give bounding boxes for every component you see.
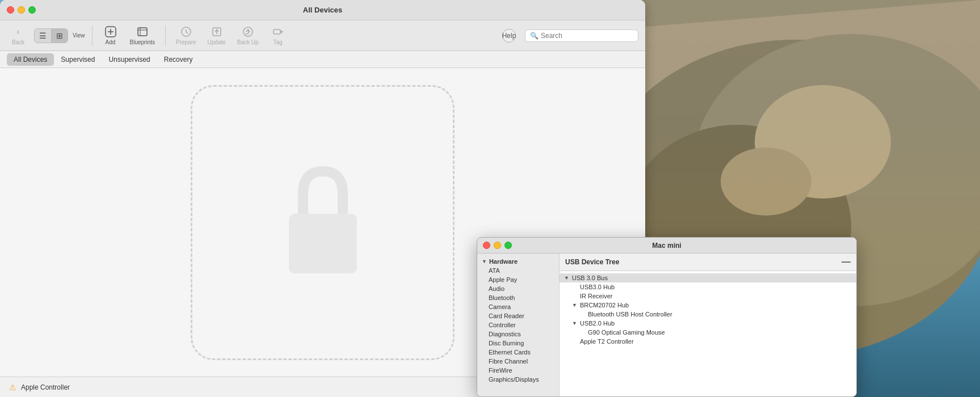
update-label: Update <box>208 39 226 45</box>
backup-label: Back Up <box>237 39 259 45</box>
usb3hub-label: USB3.0 Hub <box>580 284 615 290</box>
lock-container <box>191 85 455 360</box>
sysinfo-titlebar: Mac mini <box>477 238 856 254</box>
sysinfo-title: Mac mini <box>652 242 681 250</box>
sysinfo-maximize-button[interactable] <box>504 242 512 249</box>
blueprints-icon <box>136 26 149 38</box>
minimize-button[interactable] <box>18 6 25 14</box>
svg-point-19 <box>243 27 253 36</box>
back-button[interactable]: ‹ Back <box>7 23 30 48</box>
sysinfo-item-audio[interactable]: Audio <box>477 284 559 293</box>
irreceiver-label: IR Receiver <box>580 293 612 299</box>
maximize-button[interactable] <box>28 6 36 14</box>
sysinfo-item-graphicsdisplays[interactable]: Graphics/Displays <box>477 375 559 384</box>
sysinfo-minimize-button[interactable] <box>494 242 501 249</box>
status-text: Apple Controller <box>21 383 70 391</box>
view-label: View <box>73 32 85 39</box>
tree-item-usb3bus[interactable]: ▼ USB 3.0 Bus <box>560 273 856 282</box>
back-label: Back <box>12 39 24 45</box>
svg-rect-20 <box>274 29 280 34</box>
backup-button[interactable]: Back Up <box>234 23 262 48</box>
sysinfo-sidebar: ▼ Hardware ATA Apple Pay Audio Bluetooth… <box>477 254 560 396</box>
blueprints-label: Blueprints <box>130 39 155 45</box>
svg-rect-13 <box>138 28 147 36</box>
usb2hub-arrow: ▼ <box>572 320 578 326</box>
brcmhub-label: BRCM20702 Hub <box>580 302 629 309</box>
segmented-bar: All Devices Supervised Unsupervised Reco… <box>0 51 645 68</box>
brcmhub-arrow: ▼ <box>572 302 578 308</box>
list-view-button[interactable]: ☰ <box>35 29 52 43</box>
backup-icon <box>242 26 254 38</box>
warning-icon: ⚠ <box>9 383 16 392</box>
view-button-group: ☰ ⊞ <box>34 28 68 43</box>
tag-icon <box>272 26 284 38</box>
tree-item-bthostctrl[interactable]: Bluetooth USB Host Controller <box>560 310 856 319</box>
sysinfo-item-firewire[interactable]: FireWire <box>477 366 559 375</box>
sysinfo-hardware-section[interactable]: ▼ Hardware <box>477 256 559 266</box>
svg-point-9 <box>721 147 811 216</box>
g90mouse-label: G90 Optical Gaming Mouse <box>588 329 665 336</box>
hardware-arrow: ▼ <box>482 259 487 264</box>
window-title: All Devices <box>303 6 342 14</box>
search-icon: 🔍 <box>530 32 539 40</box>
tree-item-brcmhub[interactable]: ▼ BRCM20702 Hub <box>560 301 856 310</box>
applet2-label: Apple T2 Controller <box>580 338 634 345</box>
sysinfo-item-applepay[interactable]: Apple Pay <box>477 275 559 284</box>
help-button[interactable]: Help <box>502 29 516 43</box>
sysinfo-item-discburning[interactable]: Disc Burning <box>477 339 559 348</box>
sysinfo-item-bluetooth[interactable]: Bluetooth <box>477 293 559 302</box>
usb2hub-label: USB2.0 Hub <box>580 320 615 327</box>
sysinfo-item-diagnostics[interactable]: Diagnostics <box>477 330 559 339</box>
svg-rect-21 <box>289 214 357 273</box>
prepare-label: Prepare <box>176 39 196 45</box>
add-icon <box>104 26 117 38</box>
close-button[interactable] <box>7 6 14 14</box>
search-input[interactable] <box>541 32 633 40</box>
tab-unsupervised[interactable]: Unsupervised <box>102 53 157 66</box>
tree-item-g90mouse[interactable]: G90 Optical Gaming Mouse <box>560 328 856 337</box>
toolbar: ‹ Back ☰ ⊞ View Add <box>0 20 645 51</box>
tree-item-usb2hub[interactable]: ▼ USB2.0 Hub <box>560 319 856 328</box>
prepare-button[interactable]: Prepare <box>173 23 200 48</box>
title-bar: All Devices <box>0 0 645 20</box>
prepare-icon <box>180 26 192 38</box>
dashed-box <box>191 85 455 360</box>
sysinfo-window: Mac mini ▼ Hardware ATA Apple Pay Audio … <box>477 237 857 397</box>
hardware-label: Hardware <box>489 258 518 265</box>
blueprints-button[interactable]: Blueprints <box>127 23 158 48</box>
sysinfo-item-cardreader[interactable]: Card Reader <box>477 311 559 320</box>
add-button[interactable]: Add <box>99 23 122 48</box>
tab-supervised[interactable]: Supervised <box>54 53 102 66</box>
sysinfo-item-controller[interactable]: Controller <box>477 320 559 330</box>
tag-button[interactable]: Tag <box>267 23 289 48</box>
sysinfo-main: USB Device Tree — ▼ USB 3.0 Bus USB3.0 H… <box>560 254 856 396</box>
sysinfo-item-ata[interactable]: ATA <box>477 266 559 275</box>
lock-icon <box>272 160 374 285</box>
separator-2 <box>165 26 166 46</box>
search-box: 🔍 <box>525 29 638 42</box>
help-label: Help <box>502 32 516 40</box>
sysinfo-traffic-lights <box>483 242 512 249</box>
sysinfo-close-button[interactable] <box>483 242 490 249</box>
update-button[interactable]: Update <box>204 23 229 48</box>
back-icon: ‹ <box>12 26 24 38</box>
sysinfo-panel-title: USB Device Tree — <box>560 254 856 271</box>
tab-all-devices[interactable]: All Devices <box>7 53 54 66</box>
grid-view-button[interactable]: ⊞ <box>52 29 68 43</box>
collapse-button[interactable]: — <box>842 257 851 267</box>
sysinfo-body: ▼ Hardware ATA Apple Pay Audio Bluetooth… <box>477 254 856 396</box>
tree-item-applet2[interactable]: Apple T2 Controller <box>560 337 856 346</box>
bthostctrl-label: Bluetooth USB Host Controller <box>588 311 672 318</box>
tab-recovery[interactable]: Recovery <box>157 53 200 66</box>
tag-label: Tag <box>274 39 283 45</box>
sysinfo-item-camera[interactable]: Camera <box>477 302 559 311</box>
tree-item-usb3hub[interactable]: USB3.0 Hub <box>560 282 856 292</box>
panel-title-text: USB Device Tree <box>565 258 619 266</box>
update-icon <box>211 26 223 38</box>
separator-1 <box>92 26 92 46</box>
traffic-lights <box>7 6 36 14</box>
tree-item-irreceiver[interactable]: IR Receiver <box>560 292 856 301</box>
sysinfo-item-fibrechannel[interactable]: Fibre Channel <box>477 357 559 366</box>
sysinfo-item-ethernetcards[interactable]: Ethernet Cards <box>477 348 559 357</box>
add-label: Add <box>106 39 116 45</box>
